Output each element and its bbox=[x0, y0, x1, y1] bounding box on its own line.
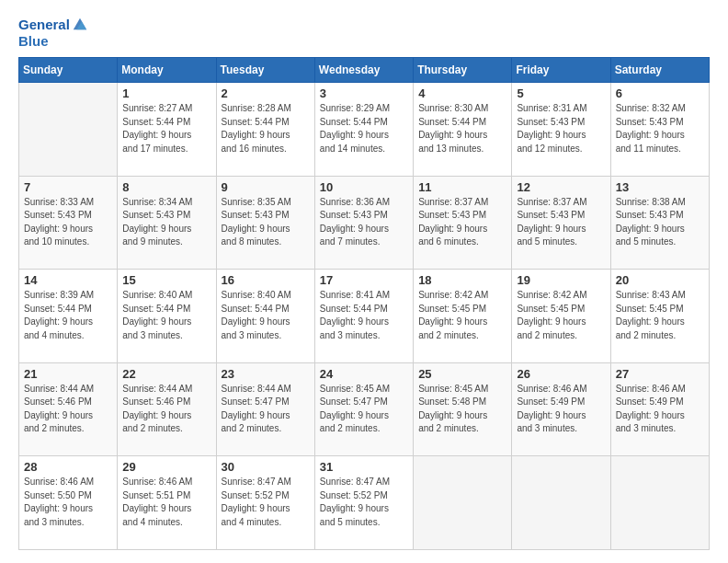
logo-text-general: General bbox=[18, 17, 70, 33]
day-info: Sunrise: 8:28 AMSunset: 5:44 PMDaylight:… bbox=[222, 102, 310, 155]
calendar-cell: 18Sunrise: 8:42 AMSunset: 5:45 PMDayligh… bbox=[414, 270, 512, 363]
day-number: 18 bbox=[418, 273, 506, 287]
calendar-cell: 10Sunrise: 8:36 AMSunset: 5:43 PMDayligh… bbox=[314, 176, 413, 270]
calendar-cell: 27Sunrise: 8:46 AMSunset: 5:49 PMDayligh… bbox=[610, 362, 709, 456]
calendar-cell: 22Sunrise: 8:44 AMSunset: 5:46 PMDayligh… bbox=[118, 362, 216, 456]
weekday-header-tuesday: Tuesday bbox=[216, 58, 314, 83]
day-number: 1 bbox=[122, 86, 210, 100]
calendar-week-row: 21Sunrise: 8:44 AMSunset: 5:46 PMDayligh… bbox=[19, 362, 710, 456]
day-number: 13 bbox=[616, 180, 704, 194]
day-number: 28 bbox=[24, 460, 112, 474]
day-info: Sunrise: 8:32 AMSunset: 5:43 PMDaylight:… bbox=[616, 102, 704, 155]
calendar-cell: 4Sunrise: 8:30 AMSunset: 5:44 PMDaylight… bbox=[414, 83, 512, 177]
weekday-header-friday: Friday bbox=[512, 58, 610, 83]
day-info: Sunrise: 8:27 AMSunset: 5:44 PMDaylight:… bbox=[122, 102, 210, 155]
day-number: 5 bbox=[517, 86, 605, 100]
day-info: Sunrise: 8:37 AMSunset: 5:43 PMDaylight:… bbox=[418, 196, 506, 249]
calendar-cell bbox=[414, 456, 512, 550]
calendar-cell: 14Sunrise: 8:39 AMSunset: 5:44 PMDayligh… bbox=[19, 270, 118, 363]
calendar-cell bbox=[512, 456, 610, 550]
day-number: 25 bbox=[418, 367, 506, 381]
day-info: Sunrise: 8:30 AMSunset: 5:44 PMDaylight:… bbox=[418, 102, 506, 155]
calendar-week-row: 7Sunrise: 8:33 AMSunset: 5:43 PMDaylight… bbox=[19, 176, 710, 270]
day-number: 3 bbox=[320, 86, 408, 100]
day-info: Sunrise: 8:42 AMSunset: 5:45 PMDaylight:… bbox=[517, 289, 605, 342]
day-number: 23 bbox=[222, 367, 310, 381]
weekday-header-monday: Monday bbox=[118, 58, 216, 83]
day-info: Sunrise: 8:47 AMSunset: 5:52 PMDaylight:… bbox=[222, 476, 310, 529]
weekday-header-thursday: Thursday bbox=[414, 58, 512, 83]
logo-text-blue: Blue bbox=[18, 33, 49, 49]
day-number: 27 bbox=[616, 367, 704, 381]
day-info: Sunrise: 8:35 AMSunset: 5:43 PMDaylight:… bbox=[222, 196, 310, 249]
calendar-cell: 17Sunrise: 8:41 AMSunset: 5:44 PMDayligh… bbox=[314, 270, 413, 363]
calendar-cell: 5Sunrise: 8:31 AMSunset: 5:43 PMDaylight… bbox=[512, 83, 610, 177]
calendar-week-row: 1Sunrise: 8:27 AMSunset: 5:44 PMDaylight… bbox=[19, 83, 710, 177]
day-number: 20 bbox=[616, 273, 704, 287]
day-number: 9 bbox=[222, 180, 310, 194]
calendar-cell: 29Sunrise: 8:46 AMSunset: 5:51 PMDayligh… bbox=[118, 456, 216, 550]
day-info: Sunrise: 8:44 AMSunset: 5:47 PMDaylight:… bbox=[222, 383, 310, 436]
day-info: Sunrise: 8:47 AMSunset: 5:52 PMDaylight:… bbox=[320, 476, 408, 529]
day-number: 12 bbox=[517, 180, 605, 194]
day-info: Sunrise: 8:41 AMSunset: 5:44 PMDaylight:… bbox=[320, 289, 408, 342]
day-info: Sunrise: 8:46 AMSunset: 5:51 PMDaylight:… bbox=[122, 476, 210, 529]
weekday-header-wednesday: Wednesday bbox=[314, 58, 413, 83]
day-info: Sunrise: 8:45 AMSunset: 5:47 PMDaylight:… bbox=[320, 383, 408, 436]
calendar-cell: 2Sunrise: 8:28 AMSunset: 5:44 PMDaylight… bbox=[216, 83, 314, 177]
day-info: Sunrise: 8:40 AMSunset: 5:44 PMDaylight:… bbox=[222, 289, 310, 342]
calendar-cell: 9Sunrise: 8:35 AMSunset: 5:43 PMDaylight… bbox=[216, 176, 314, 270]
day-info: Sunrise: 8:44 AMSunset: 5:46 PMDaylight:… bbox=[122, 383, 210, 436]
calendar-cell: 3Sunrise: 8:29 AMSunset: 5:44 PMDaylight… bbox=[314, 83, 413, 177]
calendar-cell: 24Sunrise: 8:45 AMSunset: 5:47 PMDayligh… bbox=[314, 362, 413, 456]
day-info: Sunrise: 8:31 AMSunset: 5:43 PMDaylight:… bbox=[517, 102, 605, 155]
day-number: 11 bbox=[418, 180, 506, 194]
day-number: 17 bbox=[320, 273, 408, 287]
calendar-header-row: SundayMondayTuesdayWednesdayThursdayFrid… bbox=[19, 58, 710, 83]
day-number: 24 bbox=[320, 367, 408, 381]
day-info: Sunrise: 8:46 AMSunset: 5:49 PMDaylight:… bbox=[517, 383, 605, 436]
day-info: Sunrise: 8:33 AMSunset: 5:43 PMDaylight:… bbox=[24, 196, 112, 249]
day-number: 16 bbox=[222, 273, 310, 287]
calendar-week-row: 28Sunrise: 8:46 AMSunset: 5:50 PMDayligh… bbox=[19, 456, 710, 550]
day-number: 4 bbox=[418, 86, 506, 100]
day-number: 31 bbox=[320, 460, 408, 474]
day-info: Sunrise: 8:34 AMSunset: 5:43 PMDaylight:… bbox=[122, 196, 210, 249]
day-info: Sunrise: 8:36 AMSunset: 5:43 PMDaylight:… bbox=[320, 196, 408, 249]
calendar-cell: 20Sunrise: 8:43 AMSunset: 5:45 PMDayligh… bbox=[610, 270, 709, 363]
calendar-cell bbox=[19, 83, 118, 177]
calendar-cell: 1Sunrise: 8:27 AMSunset: 5:44 PMDaylight… bbox=[118, 83, 216, 177]
calendar-cell: 30Sunrise: 8:47 AMSunset: 5:52 PMDayligh… bbox=[216, 456, 314, 550]
day-number: 29 bbox=[122, 460, 210, 474]
weekday-header-saturday: Saturday bbox=[610, 58, 709, 83]
day-number: 26 bbox=[517, 367, 605, 381]
calendar-cell: 25Sunrise: 8:45 AMSunset: 5:48 PMDayligh… bbox=[414, 362, 512, 456]
calendar-cell: 23Sunrise: 8:44 AMSunset: 5:47 PMDayligh… bbox=[216, 362, 314, 456]
calendar-cell: 12Sunrise: 8:37 AMSunset: 5:43 PMDayligh… bbox=[512, 176, 610, 270]
day-info: Sunrise: 8:46 AMSunset: 5:50 PMDaylight:… bbox=[24, 476, 112, 529]
logo: General Blue bbox=[18, 17, 88, 50]
calendar-cell bbox=[610, 456, 709, 550]
day-info: Sunrise: 8:38 AMSunset: 5:43 PMDaylight:… bbox=[616, 196, 704, 249]
day-number: 7 bbox=[24, 180, 112, 194]
day-number: 2 bbox=[222, 86, 310, 100]
calendar-cell: 28Sunrise: 8:46 AMSunset: 5:50 PMDayligh… bbox=[19, 456, 118, 550]
day-info: Sunrise: 8:40 AMSunset: 5:44 PMDaylight:… bbox=[122, 289, 210, 342]
day-number: 21 bbox=[24, 367, 112, 381]
header: General Blue bbox=[18, 17, 710, 50]
calendar-cell: 26Sunrise: 8:46 AMSunset: 5:49 PMDayligh… bbox=[512, 362, 610, 456]
calendar-cell: 16Sunrise: 8:40 AMSunset: 5:44 PMDayligh… bbox=[216, 270, 314, 363]
day-info: Sunrise: 8:29 AMSunset: 5:44 PMDaylight:… bbox=[320, 102, 408, 155]
day-info: Sunrise: 8:39 AMSunset: 5:44 PMDaylight:… bbox=[24, 289, 112, 342]
page: General Blue SundayMondayTuesdayWednesda… bbox=[0, 0, 728, 563]
calendar-cell: 19Sunrise: 8:42 AMSunset: 5:45 PMDayligh… bbox=[512, 270, 610, 363]
logo-icon bbox=[72, 16, 88, 32]
calendar-cell: 7Sunrise: 8:33 AMSunset: 5:43 PMDaylight… bbox=[19, 176, 118, 270]
day-number: 14 bbox=[24, 273, 112, 287]
calendar-cell: 6Sunrise: 8:32 AMSunset: 5:43 PMDaylight… bbox=[610, 83, 709, 177]
day-info: Sunrise: 8:43 AMSunset: 5:45 PMDaylight:… bbox=[616, 289, 704, 342]
day-number: 8 bbox=[122, 180, 210, 194]
calendar-cell: 31Sunrise: 8:47 AMSunset: 5:52 PMDayligh… bbox=[314, 456, 413, 550]
day-number: 10 bbox=[320, 180, 408, 194]
day-number: 22 bbox=[122, 367, 210, 381]
